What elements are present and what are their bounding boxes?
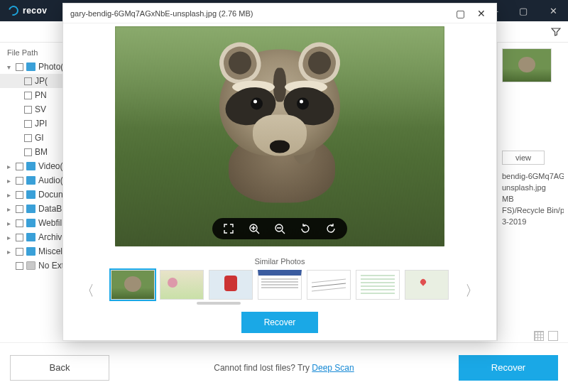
fit-screen-icon[interactable] xyxy=(222,223,235,234)
details-path: FS)/Recycle Bin/pic xyxy=(502,206,564,214)
caret-right-icon[interactable]: ▸ xyxy=(7,191,13,199)
modal-maximize-button[interactable]: ▢ xyxy=(449,5,471,22)
caret-right-icon[interactable]: ▸ xyxy=(7,163,13,170)
view-mode-switch xyxy=(534,331,558,341)
checkbox[interactable] xyxy=(16,262,23,270)
details-filename2: unsplash.jpg xyxy=(502,183,564,192)
details-date: 3-2019 xyxy=(502,217,564,226)
deep-scan-link[interactable]: Deep Scan xyxy=(312,363,354,373)
preview-modal: gary-bendig-6GMq7AGxNbE-unsplash.jpg (2.… xyxy=(62,3,497,341)
web-folder-icon xyxy=(26,219,36,227)
misc-folder-icon xyxy=(26,247,36,256)
noext-folder-icon xyxy=(26,261,36,270)
recover-button[interactable]: Recover xyxy=(459,355,558,381)
checkbox[interactable] xyxy=(24,120,32,128)
modal-recover-button[interactable]: Recover xyxy=(241,312,318,333)
window-close-button[interactable]: ✕ xyxy=(538,0,568,21)
thumb-4[interactable] xyxy=(258,270,302,300)
caret-right-icon[interactable]: ▸ xyxy=(7,234,13,241)
checkbox[interactable] xyxy=(16,163,23,170)
details-thumbnail xyxy=(502,48,552,82)
checkbox[interactable] xyxy=(24,134,32,142)
checkbox[interactable] xyxy=(24,106,32,114)
thumb-7[interactable] xyxy=(405,270,449,300)
thumb-2[interactable] xyxy=(160,270,204,300)
brand-text: recov xyxy=(23,6,48,16)
video-folder-icon xyxy=(26,162,36,170)
thumb-5[interactable] xyxy=(307,270,351,300)
caret-right-icon[interactable]: ▸ xyxy=(7,219,13,227)
thumb-6[interactable] xyxy=(356,270,400,300)
modal-footer: Recover xyxy=(63,312,496,340)
caret-right-icon[interactable]: ▸ xyxy=(7,205,13,213)
view-button[interactable]: view xyxy=(502,151,545,165)
filter-icon[interactable] xyxy=(551,27,561,37)
image-folder-icon xyxy=(26,62,36,71)
list-view-icon[interactable] xyxy=(548,331,558,341)
audio-folder-icon xyxy=(26,176,36,185)
brand-icon xyxy=(6,4,20,17)
details-filename1: bendig-6GMq7AGx xyxy=(502,172,564,180)
thumb-1[interactable] xyxy=(111,270,155,300)
checkbox[interactable] xyxy=(16,205,23,213)
thumb-3[interactable] xyxy=(209,270,253,300)
checkbox[interactable] xyxy=(16,63,23,71)
rotate-left-icon[interactable] xyxy=(299,223,312,234)
similar-photos-row: Similar Photos 〈 〉 xyxy=(63,253,496,312)
caret-right-icon[interactable]: ▸ xyxy=(7,177,13,185)
similar-photos-title: Similar Photos xyxy=(76,257,484,266)
details-pane: view bendig-6GMq7AGx unsplash.jpg MB FS)… xyxy=(497,43,568,341)
details-size: MB xyxy=(502,195,564,203)
grid-view-icon[interactable] xyxy=(534,331,544,341)
zoom-in-icon[interactable] xyxy=(248,223,261,234)
prev-thumb-button[interactable]: 〈 xyxy=(80,281,94,300)
tree-label: Photo( xyxy=(38,62,63,72)
checkbox[interactable] xyxy=(16,248,23,256)
footer-hint-text: Cannot find lost files? Try xyxy=(214,363,312,373)
modal-titlebar: gary-bendig-6GMq7AGxNbE-unsplash.jpg (2.… xyxy=(63,4,496,23)
thumb-scrollbar[interactable] xyxy=(197,302,241,305)
modal-close-button[interactable]: ✕ xyxy=(471,5,492,22)
preview-toolbar xyxy=(212,218,347,239)
modal-title-text: gary-bendig-6GMq7AGxNbE-unsplash.jpg (2.… xyxy=(70,9,253,18)
checkbox[interactable] xyxy=(16,219,23,227)
caret-right-icon[interactable]: ▸ xyxy=(7,248,13,256)
database-folder-icon xyxy=(26,205,36,213)
window-maximize-button[interactable]: ▢ xyxy=(508,0,538,21)
checkbox[interactable] xyxy=(16,234,23,241)
back-button[interactable]: Back xyxy=(10,355,109,381)
next-thumb-button[interactable]: 〉 xyxy=(465,281,479,300)
checkbox[interactable] xyxy=(24,92,32,99)
document-folder-icon xyxy=(26,190,36,199)
zoom-out-icon[interactable] xyxy=(273,223,286,234)
footer: Back Cannot find lost files? Try Deep Sc… xyxy=(0,342,568,392)
preview-area xyxy=(63,23,496,253)
preview-image xyxy=(115,26,444,246)
checkbox[interactable] xyxy=(16,177,23,185)
app-window: recov ― ▢ ✕ File Path ▾ Photo( JP( PN SV… xyxy=(0,0,568,392)
rotate-right-icon[interactable] xyxy=(324,223,337,234)
checkbox[interactable] xyxy=(16,191,23,199)
checkbox[interactable] xyxy=(24,77,32,85)
checkbox[interactable] xyxy=(24,148,32,156)
caret-down-icon[interactable]: ▾ xyxy=(7,63,13,71)
footer-hint: Cannot find lost files? Try Deep Scan xyxy=(109,363,459,373)
archive-folder-icon xyxy=(26,233,36,241)
